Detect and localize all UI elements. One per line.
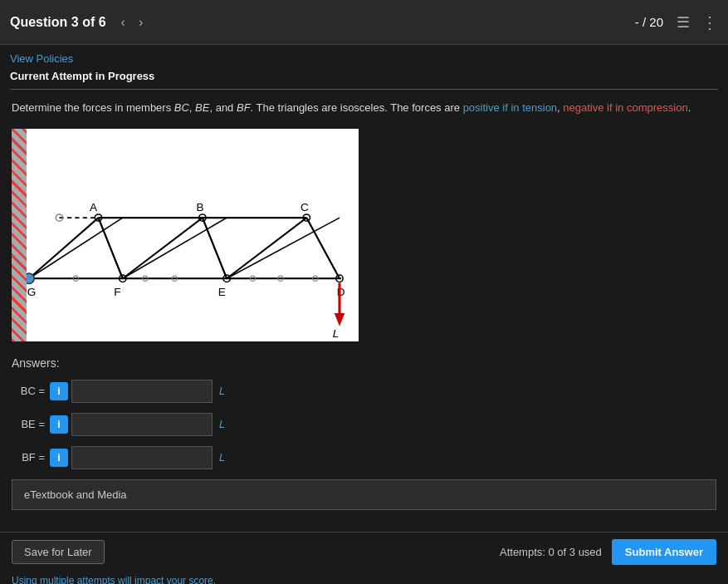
input-be[interactable] — [71, 413, 213, 436]
attempt-label: Current Attempt in Progress — [10, 70, 718, 90]
svg-text:F: F — [114, 286, 120, 298]
truss-diagram: G F E D A B C — [12, 129, 359, 341]
info-button-be[interactable]: i — [50, 415, 68, 434]
svg-text:B: B — [197, 201, 204, 213]
svg-line-11 — [29, 218, 99, 278]
svg-text:D: D — [337, 286, 345, 298]
svg-text:E: E — [218, 286, 226, 298]
wall-hatch — [12, 129, 27, 341]
input-bf[interactable] — [71, 446, 213, 469]
negative-text: negative if in compression — [563, 101, 687, 114]
score-display: - / 20 — [635, 15, 663, 29]
svg-text:L: L — [333, 327, 340, 340]
positive-text: positive if in tension — [463, 101, 557, 114]
header: Question 3 of 6 ‹ › - / 20 ☰ ⋮ — [0, 0, 728, 45]
answer-row-be: BE = i L — [12, 413, 716, 436]
input-bc[interactable] — [71, 380, 213, 403]
svg-line-16 — [123, 218, 203, 278]
sub-header: View Policies Current Attempt in Progres… — [0, 45, 728, 90]
etextbook-button[interactable]: eTextbook and Media — [12, 479, 716, 510]
svg-text:G: G — [27, 286, 37, 298]
question-title: Question 3 of 6 — [10, 15, 106, 30]
list-icon[interactable]: ☰ — [677, 13, 690, 32]
info-button-bf[interactable]: i — [50, 449, 68, 467]
answers-label: Answers: — [12, 356, 716, 370]
svg-line-14 — [29, 218, 123, 278]
answer-row-bf: BF = i L — [12, 446, 716, 469]
var-bf: BF = — [12, 451, 45, 464]
submit-button[interactable]: Submit Answer — [612, 539, 716, 565]
svg-line-21 — [227, 218, 306, 278]
svg-text:A: A — [90, 201, 98, 213]
answer-row-bc: BC = i L — [12, 380, 716, 403]
next-button[interactable]: › — [134, 12, 148, 33]
question-text: Determine the forces in members BC, BE, … — [12, 100, 716, 117]
svg-line-15 — [99, 218, 123, 278]
svg-text:C: C — [300, 201, 309, 213]
view-policies-link[interactable]: View Policies — [10, 52, 73, 65]
multiple-attempts-note: Using multiple attempts will impact your… — [0, 572, 728, 584]
svg-line-20 — [203, 218, 227, 278]
info-button-bc[interactable]: i — [50, 382, 68, 400]
svg-marker-40 — [335, 313, 345, 326]
unit-bf: L — [219, 451, 225, 464]
svg-line-19 — [123, 218, 227, 278]
unit-be: L — [219, 418, 225, 430]
diagram-container: G F E D A B C — [12, 129, 359, 341]
attempts-text: Attempts: 0 of 3 used — [500, 546, 602, 558]
footer-bar: Save for Later Attempts: 0 of 3 used Sub… — [0, 532, 728, 572]
unit-bc: L — [219, 385, 225, 397]
more-icon[interactable]: ⋮ — [701, 12, 718, 32]
var-be: BE = — [12, 418, 45, 430]
save-later-button[interactable]: Save for Later — [12, 540, 105, 564]
var-bc: BC = — [12, 385, 45, 397]
prev-button[interactable]: ‹ — [116, 12, 130, 33]
main-content: Determine the forces in members BC, BE, … — [0, 90, 728, 532]
